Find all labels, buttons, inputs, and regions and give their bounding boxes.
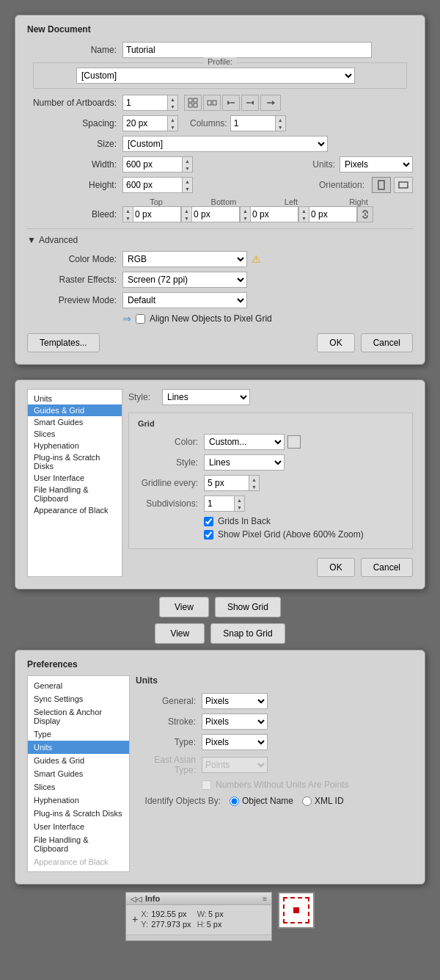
full-sidebar-appearance[interactable]: Appearance of Black [28,855,129,868]
prefs-ok-button[interactable]: OK [317,558,354,577]
landscape-button[interactable] [394,177,413,193]
arrange-next-icon[interactable] [260,95,281,111]
gridline-value[interactable] [205,476,249,490]
size-select[interactable]: [Custom] [122,136,328,152]
subdivisions-spinner[interactable]: ▲ ▼ [204,496,245,512]
advanced-toggle[interactable]: ▼ Advanced [27,235,413,245]
grid-color-select[interactable]: Custom... [204,434,285,450]
full-sidebar-selection[interactable]: Selection & Anchor Display [28,705,129,727]
bleed-left-down[interactable]: ▼ [241,214,250,222]
bleed-top-down[interactable]: ▼ [123,214,133,222]
columns-down[interactable]: ▼ [276,123,285,131]
info-menu-icon[interactable]: ≡ [263,895,267,903]
width-down[interactable]: ▼ [183,164,192,172]
sidebar-item-ui[interactable]: User Interface [28,472,122,484]
subdivisions-up[interactable]: ▲ [235,496,244,504]
width-up[interactable]: ▲ [183,157,192,164]
units-type-select[interactable]: Pixels [202,734,268,750]
bleed-left-value[interactable] [251,207,291,222]
arrange-row-icon[interactable] [203,95,221,111]
sidebar-item-appearance[interactable]: Appearance of Black [28,504,122,516]
sidebar-item-filehandling[interactable]: File Handling & Clipboard [28,484,122,504]
full-sidebar-guides-grid[interactable]: Guides & Grid [28,754,129,767]
units-general-select[interactable]: Pixels [202,693,268,709]
width-value[interactable] [123,157,182,172]
cancel-button[interactable]: Cancel [361,333,413,352]
raster-select[interactable]: Screen (72 ppi) [122,272,247,288]
arrange-left-icon[interactable] [222,95,240,111]
bleed-bottom-value[interactable] [192,207,232,222]
spacing-spinner[interactable]: ▲ ▼ [122,115,178,131]
gridline-up[interactable]: ▲ [249,476,259,483]
full-sidebar-hyphenation[interactable]: Hyphenation [28,794,129,807]
name-input[interactable] [122,42,372,58]
subdivisions-down[interactable]: ▼ [235,504,244,511]
bleed-right-down[interactable]: ▼ [299,214,309,222]
grid-style-select[interactable]: Lines [204,454,285,471]
spacing-value[interactable] [123,116,167,131]
height-spinner[interactable]: ▲ ▼ [122,177,193,193]
profile-select[interactable]: [Custom] [76,68,355,84]
preview-select[interactable]: Default [122,292,247,308]
artboards-down[interactable]: ▼ [168,103,177,110]
grid-color-swatch[interactable] [287,435,301,449]
bleed-left-spinner[interactable]: ▲ ▼ [240,206,298,222]
sidebar-item-units[interactable]: Units [28,393,122,404]
artboards-value[interactable] [123,95,167,110]
full-sidebar-smart-guides[interactable]: Smart Guides [28,767,129,780]
columns-value[interactable] [231,116,275,131]
units-east-asian-select[interactable]: Points [202,757,268,773]
height-up[interactable]: ▲ [183,178,192,185]
arrange-grid-icon[interactable] [184,95,202,111]
sidebar-item-slices[interactable]: Slices [28,428,122,440]
width-spinner[interactable]: ▲ ▼ [122,156,193,173]
full-sidebar-general[interactable]: General [28,679,129,692]
units-stroke-select[interactable]: Pixels [202,714,268,730]
gridline-down[interactable]: ▼ [249,483,259,490]
pixel-grid-checkbox2[interactable] [204,530,213,540]
spacing-down[interactable]: ▼ [168,123,177,131]
guides-style-select[interactable]: Lines [162,389,250,405]
sidebar-item-plugins[interactable]: Plug-ins & Scratch Disks [28,451,122,472]
bleed-top-up[interactable]: ▲ [123,207,133,214]
templates-button[interactable]: Templates... [27,333,100,352]
full-sidebar-filehandling[interactable]: File Handling & Clipboard [28,833,129,855]
ok-button[interactable]: OK [317,333,354,352]
bleed-left-up[interactable]: ▲ [241,207,250,214]
height-down[interactable]: ▼ [183,185,192,192]
arrange-right-icon[interactable] [241,95,259,111]
sidebar-item-hyphenation[interactable]: Hyphenation [28,440,122,451]
portrait-button[interactable] [372,177,391,193]
bleed-bottom-up[interactable]: ▲ [182,207,191,214]
bleed-top-value[interactable] [133,207,174,222]
radio-object-name-input[interactable] [230,796,239,806]
height-value[interactable] [123,178,182,192]
show-grid-button[interactable]: Show Grid [215,597,281,617]
view-button-2[interactable]: View [155,623,205,644]
radio-xml-id-input[interactable] [302,796,312,806]
view-button-1[interactable]: View [159,597,209,617]
gridline-spinner[interactable]: ▲ ▼ [204,475,260,491]
full-sidebar-units[interactable]: Units [28,741,129,754]
bleed-bottom-spinner[interactable]: ▲ ▼ [181,206,240,222]
grids-in-back-checkbox[interactable] [204,517,213,526]
columns-spinner[interactable]: ▲ ▼ [230,115,286,131]
bleed-right-up[interactable]: ▲ [299,207,309,214]
artboards-up[interactable]: ▲ [168,95,177,103]
spacing-up[interactable]: ▲ [168,116,177,123]
full-sidebar-type[interactable]: Type [28,727,129,741]
bleed-bottom-down[interactable]: ▼ [182,214,191,222]
radio-xml-id[interactable]: XML ID [302,796,344,806]
info-collapse-icon[interactable]: ◁◁ [131,895,142,903]
full-sidebar-plugins[interactable]: Plug-ins & Scratch Disks [28,807,129,820]
sidebar-item-smart-guides[interactable]: Smart Guides [28,416,122,428]
full-sidebar-ui[interactable]: User Interface [28,820,129,833]
artboards-spinner[interactable]: ▲ ▼ [122,95,178,111]
bleed-right-value[interactable] [309,207,350,222]
chain-button[interactable] [357,206,373,222]
full-sidebar-slices[interactable]: Slices [28,780,129,794]
color-mode-select[interactable]: RGB [122,251,247,267]
bleed-right-spinner[interactable]: ▲ ▼ [298,206,357,222]
pixel-grid-checkbox[interactable] [136,314,145,324]
prefs-cancel-button[interactable]: Cancel [361,558,413,577]
